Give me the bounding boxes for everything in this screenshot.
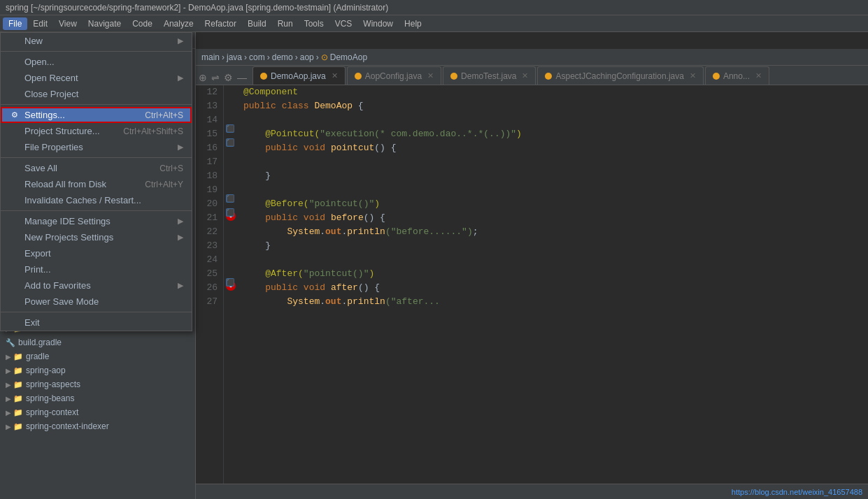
menu-exit[interactable]: Exit [1,314,192,331]
code-line-14 [243,113,862,127]
sep2 [1,104,192,105]
tabs-bar: ⊕ ⇌ ⚙ — DemoAop.java ✕ AopConfig.java ✕ … [196,66,868,85]
code-line-27: System.out.println("after... [243,295,862,309]
menu-reload-disk[interactable]: Reload All from Disk Ctrl+Alt+Y [1,176,192,192]
menu-item-refactor[interactable]: Refactor [199,17,242,30]
code-line-24 [243,253,862,267]
tab-anno[interactable]: Anno... ✕ [705,66,769,85]
menu-item-edit[interactable]: Edit [27,17,53,30]
sep4 [1,210,192,211]
menu-export[interactable]: Export [1,245,192,261]
menu-save-all[interactable]: Save All Ctrl+S [1,160,192,176]
tab-demoaop[interactable]: DemoAop.java ✕ [252,66,346,85]
title-bar: spring [~/springsourcecode/spring-framew… [0,0,868,15]
menu-open-recent[interactable]: Open Recent ▶ [1,70,192,86]
code-line-23: } [243,239,862,253]
settings-icon: ⚙ [9,110,20,120]
menu-item-vcs[interactable]: VCS [329,17,358,30]
tab-icon-aspectj [545,73,552,80]
menu-item-tools[interactable]: Tools [299,17,329,30]
tab-icon-demotest [450,73,457,80]
menu-project-structure[interactable]: Project Structure... Ctrl+Alt+Shift+S [1,123,192,139]
breadcrumb-class: ⊙ [321,52,328,62]
split-icon[interactable]: ⇌ [211,72,220,83]
sep1 [1,51,192,52]
code-line-20: @Before("pointcut()") [243,197,862,211]
menu-item-view[interactable]: View [53,17,83,30]
code-line-13: public class DemoAop { [243,99,862,113]
editor-area: 11121314 15161718 19202122 2324252627 ● … [196,32,868,499]
tab-icon-demoaop [260,73,267,80]
menu-new-projects-settings[interactable]: New Projects Settings ▶ [1,229,192,245]
tree-item-spring-beans[interactable]: ▶ 📁 spring-beans [0,391,195,405]
tab-icon-anno [713,73,720,80]
tree-item-build-gradle[interactable]: 🔧 build.gradle [0,335,195,349]
tree-item-spring-aop[interactable]: ▶ 📁 spring-aop [0,363,195,377]
title-text: spring [~/springsourcecode/spring-framew… [6,3,388,13]
code-line-16: public void pointcut() { [243,141,862,155]
menu-open[interactable]: Open... [1,54,192,70]
settings-gear-icon[interactable]: ⚙ [224,72,233,83]
line-numbers: 11121314 15161718 19202122 2324252627 [196,68,224,484]
tab-aspectj[interactable]: AspectJCachingConfiguration.java ✕ [537,66,703,85]
code-line-12: @Component [243,85,862,99]
menu-new[interactable]: New ▶ [1,33,192,49]
menu-close-project[interactable]: Close Project [1,86,192,102]
menu-item-help[interactable]: Help [399,17,427,30]
menu-item-run[interactable]: Run [272,17,299,30]
menu-settings[interactable]: ⚙ Settings... Ctrl+Alt+S [1,107,192,123]
menu-item-build[interactable]: Build [242,17,272,30]
csdn-link[interactable]: https://blog.csdn.net/weixin_41657488 [732,488,862,496]
menu-item-analyze[interactable]: Analyze [158,17,199,30]
menu-file-properties[interactable]: File Properties ▶ [1,139,192,155]
menu-bar: File Edit View Navigate Code Analyze Ref… [0,15,868,32]
gutter: ● ● ⬛ ⬛ ⬛ ⬛ ⬛ [224,68,238,484]
menu-item-window[interactable]: Window [357,17,399,30]
menu-invalidate-caches[interactable]: Invalidate Caches / Restart... [1,192,192,208]
tree-item-gradle[interactable]: ▶ 📁 gradle [0,349,195,363]
tree-item-spring-aspects[interactable]: ▶ 📁 spring-aspects [0,377,195,391]
menu-add-favorites[interactable]: Add to Favorites ▶ [1,277,192,294]
code-line-21: public void before() { [243,211,862,225]
globe-icon[interactable]: ⊕ [199,72,207,83]
file-dropdown-menu: New ▶ Open... Open Recent ▶ Close Projec… [0,32,192,331]
tab-aopconfig[interactable]: AopConfig.java ✕ [347,66,441,85]
tab-icon-aopconfig [355,73,362,80]
menu-item-file[interactable]: File [3,17,27,30]
menu-power-save[interactable]: Power Save Mode [1,294,192,310]
tree-item-spring-context-indexer[interactable]: ▶ 📁 spring-context-indexer [0,419,195,433]
minimize-icon[interactable]: — [237,72,247,83]
code-line-26: public void after() { [243,281,862,295]
code-line-22: System.out.println("before......"); [243,225,862,239]
breadcrumb: main › java › com › demo › aop › ⊙ DemoA… [196,49,868,66]
code-line-15: @Pointcut("execution(* com.demo.dao..*.*… [243,127,862,141]
status-bar: https://blog.csdn.net/weixin_41657488 [196,484,868,499]
sep5 [1,312,192,312]
menu-print[interactable]: Print... [1,261,192,277]
code-line-19 [243,183,862,197]
code-line-17 [243,155,862,169]
menu-item-navigate[interactable]: Navigate [83,17,127,30]
tab-demotest[interactable]: DemoTest.java ✕ [443,66,536,85]
code-line-25: @After("pointcut()") [243,267,862,281]
menu-manage-ide[interactable]: Manage IDE Settings ▶ [1,213,192,229]
sep3 [1,157,192,158]
menu-item-code[interactable]: Code [127,17,158,30]
code-lines[interactable]: @Aspect @Component public class DemoAop … [238,68,868,484]
code-line-18: } [243,169,862,183]
tree-item-spring-context[interactable]: ▶ 📁 spring-context [0,405,195,419]
code-editor[interactable]: 11121314 15161718 19202122 2324252627 ● … [196,68,868,484]
